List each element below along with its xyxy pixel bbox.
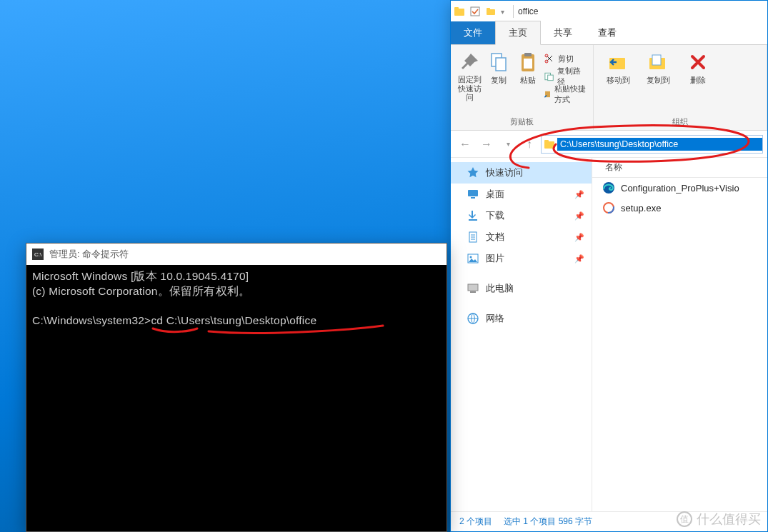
explorer-titlebar[interactable]: ▾ office (451, 1, 767, 22)
download-icon (467, 209, 479, 222)
selection-info: 选中 1 个项目 596 字节 (504, 516, 592, 528)
copy-to-button[interactable]: 复制到 (639, 48, 677, 86)
pin-icon: 📌 (574, 233, 584, 242)
svg-rect-8 (524, 53, 532, 56)
qat-dropdown-icon[interactable]: ▾ (501, 8, 504, 16)
file-explorer-window: ▾ office 文件 主页 共享 查看 固定到 快速访问 复制 粘贴 (450, 0, 768, 532)
scissors-icon (544, 53, 555, 64)
cmd-title: 管理员: 命令提示符 (49, 249, 129, 261)
nav-downloads[interactable]: 下载📌 (451, 205, 592, 226)
svg-rect-20 (468, 190, 478, 196)
svg-rect-2 (471, 7, 479, 16)
nav-pictures[interactable]: 图片📌 (451, 248, 592, 269)
up-button[interactable]: ↑ (519, 135, 539, 154)
documents-icon (467, 231, 479, 244)
svg-rect-27 (470, 291, 476, 293)
watermark: 值 什么值得买 (677, 511, 761, 528)
address-bar[interactable]: C:\Users\tsung\Desktop\office (541, 135, 763, 154)
pin-icon: 📌 (574, 190, 584, 199)
pin-icon: 📌 (574, 211, 584, 221)
item-count: 2 个项目 (459, 516, 492, 528)
file-row[interactable]: Configuration_ProPlus+Visio (592, 178, 767, 198)
file-name: setup.exe (621, 203, 661, 214)
copy-icon (487, 51, 510, 74)
navigation-pane: 快速访问 桌面📌 下载📌 文档📌 图片📌 此电脑 (451, 158, 592, 511)
pin-icon (458, 51, 481, 74)
nav-desktop[interactable]: 桌面📌 (451, 184, 592, 205)
pin-to-quick-access-button[interactable]: 固定到 快速访问 (457, 48, 483, 102)
pc-icon (467, 282, 479, 295)
copy-to-icon (647, 51, 669, 74)
star-icon (467, 166, 479, 179)
pictures-icon (467, 252, 479, 265)
copy-path-button[interactable]: 复制路径 (544, 69, 587, 84)
svg-rect-3 (487, 9, 495, 15)
copy-path-icon (544, 71, 554, 82)
paste-shortcut-button[interactable]: 粘贴快捷方式 (544, 86, 587, 102)
tab-home[interactable]: 主页 (495, 21, 541, 45)
svg-rect-26 (468, 284, 478, 291)
svg-rect-13 (548, 75, 554, 81)
delete-button[interactable]: 删除 (679, 48, 717, 86)
copy-button[interactable]: 复制 (486, 48, 512, 86)
nav-network[interactable]: 网络 (451, 308, 592, 329)
svg-rect-22 (469, 219, 477, 221)
tab-file[interactable]: 文件 (451, 21, 495, 44)
svg-point-25 (470, 256, 472, 259)
svg-rect-6 (496, 58, 506, 71)
nav-this-pc[interactable]: 此电脑 (451, 278, 592, 299)
window-title: office (518, 6, 538, 16)
paste-button[interactable]: 粘贴 (515, 48, 542, 86)
checkbox-icon[interactable] (469, 6, 481, 17)
cmd-output[interactable]: Microsoft Windows [版本 10.0.19045.4170] (… (26, 265, 447, 333)
file-list-pane: 名称 Configuration_ProPlus+Visio setup.exe (592, 158, 767, 511)
nav-documents[interactable]: 文档📌 (451, 226, 592, 248)
file-row[interactable]: setup.exe (592, 198, 767, 218)
tab-view[interactable]: 查看 (585, 21, 629, 44)
svg-rect-4 (487, 8, 490, 10)
pin-icon: 📌 (574, 254, 584, 264)
ribbon-tabs: 文件 主页 共享 查看 (451, 22, 767, 45)
folder-icon (542, 136, 557, 152)
edge-icon (602, 181, 615, 194)
desktop-icon (467, 188, 479, 201)
address-text[interactable]: C:\Users\tsung\Desktop\office (557, 138, 762, 151)
column-header-name[interactable]: 名称 (592, 158, 767, 178)
cut-button[interactable]: 剪切 (544, 51, 587, 66)
svg-rect-21 (471, 197, 475, 199)
organize-group-label: 组织 (599, 115, 761, 129)
watermark-icon: 值 (677, 511, 692, 527)
folder-small-icon (485, 6, 497, 17)
file-name: Configuration_ProPlus+Visio (621, 183, 739, 194)
navigation-bar: ← → ▾ ↑ C:\Users\tsung\Desktop\office (451, 131, 767, 158)
move-to-icon (607, 51, 629, 74)
clipboard-group-label: 剪贴板 (457, 115, 587, 129)
folder-icon (454, 6, 465, 17)
back-button[interactable]: ← (455, 135, 475, 154)
tab-share[interactable]: 共享 (541, 21, 585, 44)
delete-icon (687, 51, 709, 74)
network-icon (467, 312, 479, 325)
cmd-icon: C:\ (32, 249, 44, 260)
office-icon (602, 201, 615, 214)
svg-rect-19 (544, 140, 549, 143)
recent-locations-button[interactable]: ▾ (498, 135, 518, 154)
paste-icon (517, 51, 539, 74)
cmd-titlebar[interactable]: C:\ 管理员: 命令提示符 (26, 244, 447, 265)
nav-quick-access[interactable]: 快速访问 (451, 162, 592, 184)
svg-rect-1 (454, 7, 459, 10)
paste-shortcut-icon (544, 89, 552, 100)
move-to-button[interactable]: 移动到 (599, 48, 637, 86)
ribbon: 固定到 快速访问 复制 粘贴 剪切 复制路径 粘贴快捷方式 剪贴板 (451, 45, 767, 131)
svg-rect-17 (652, 55, 661, 65)
svg-rect-9 (524, 59, 532, 69)
command-prompt-window: C:\ 管理员: 命令提示符 Microsoft Windows [版本 10.… (26, 243, 447, 532)
forward-button[interactable]: → (477, 135, 497, 154)
